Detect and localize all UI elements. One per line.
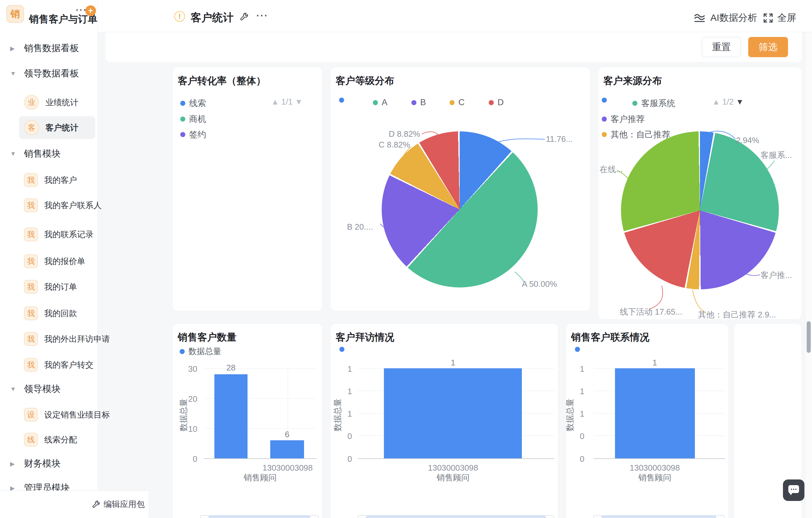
page-settings-button[interactable] bbox=[239, 12, 249, 22]
fullscreen-button[interactable]: 全屏 bbox=[763, 11, 796, 24]
legend-item-b[interactable]: B bbox=[411, 98, 426, 107]
y-tick: 1 bbox=[337, 409, 352, 419]
chevron-down-icon: ▼ bbox=[10, 151, 17, 157]
legend-dot bbox=[575, 347, 580, 352]
legend-item-signed[interactable]: 签约 bbox=[180, 129, 206, 140]
sidebar-item-sales-data-dashboard[interactable]: ▶ 销售数据看板 bbox=[10, 42, 79, 55]
pager-down-icon[interactable]: ▼ bbox=[736, 97, 744, 106]
sidebar-item-my-contact-records[interactable]: 我 我的联系记录 bbox=[24, 226, 93, 243]
datazoom-right-handle[interactable] bbox=[545, 515, 554, 518]
legend-item-data-total[interactable]: 数据总量 bbox=[180, 346, 221, 357]
legend-label: 客户推荐 bbox=[611, 113, 645, 125]
datazoom-left-handle[interactable] bbox=[358, 515, 367, 518]
my-quotes-icon: 我 bbox=[24, 254, 38, 268]
y-tick: 1 bbox=[337, 387, 352, 397]
page-header: ! 客户统计 ⋯ AI数据分析 bbox=[98, 0, 812, 32]
datazoom-left-handle[interactable] bbox=[200, 515, 209, 518]
my-customer-contacts-icon: 我 bbox=[24, 198, 38, 212]
sidebar-item-sales-module[interactable]: ▼ 销售模块 bbox=[10, 147, 61, 161]
legend-item-customer-referral[interactable]: 客户推荐 bbox=[602, 113, 645, 125]
sidebar-item-customer-stats[interactable]: 客 客户统计 bbox=[19, 116, 95, 139]
sidebar-item-label: 我的客户转交 bbox=[44, 359, 93, 371]
datazoom-left-handle[interactable] bbox=[593, 515, 602, 518]
filter-bar: 重置 筛选 bbox=[106, 32, 802, 62]
y-tick: 1 bbox=[337, 364, 352, 374]
reset-button[interactable]: 重置 bbox=[702, 37, 741, 57]
legend-dot bbox=[602, 98, 607, 103]
sidebar-item-leader-data-dashboard[interactable]: ▼ 领导数据看板 bbox=[10, 66, 79, 81]
bar-value-28[interactable] bbox=[214, 374, 248, 458]
sidebar-item-my-customers[interactable]: 我 我的客户 bbox=[24, 172, 77, 188]
filter-button[interactable]: 筛选 bbox=[748, 37, 788, 57]
sidebar-item-my-payments[interactable]: 我 我的回款 bbox=[24, 305, 77, 322]
bar-value-6[interactable] bbox=[270, 440, 304, 458]
legend-item-opportunities[interactable]: 商机 bbox=[180, 113, 206, 125]
chat-bubble-tail bbox=[789, 493, 792, 495]
legend-item-leads[interactable]: 线索 bbox=[180, 98, 206, 109]
page-title: 客户统计 bbox=[191, 10, 234, 25]
legend-item-blank[interactable] bbox=[602, 98, 611, 103]
legend-dot bbox=[180, 116, 185, 121]
legend-item-blank[interactable] bbox=[575, 347, 580, 352]
datazoom-right-handle[interactable] bbox=[310, 515, 319, 518]
sidebar-item-leader-module[interactable]: ▼ 领导模块 bbox=[10, 382, 61, 396]
app-more-icon[interactable]: ⋯ bbox=[75, 3, 86, 17]
pie-chart-customer-level[interactable] bbox=[382, 131, 538, 288]
sidebar: 销 销售客户与订单... ⋯ + ▶ 销售数据看板 ▼ 领导数据看板 业 业绩统… bbox=[0, 0, 98, 518]
bar-data-label: 1 bbox=[437, 358, 469, 367]
pie-callout-other: 其他：自己推荐 2.9... bbox=[698, 309, 776, 320]
datazoom-right-handle[interactable] bbox=[716, 515, 725, 518]
bar-value-1[interactable] bbox=[384, 368, 522, 458]
bar-value-1[interactable] bbox=[615, 368, 695, 458]
sidebar-item-performance-stats[interactable]: 业 业绩统计 bbox=[24, 94, 78, 111]
sidebar-item-my-orders[interactable]: 我 我的订单 bbox=[24, 279, 77, 295]
sidebar-item-set-sales-targets[interactable]: 设 设定销售业绩目标 bbox=[24, 407, 110, 423]
pie-callout-blue: 2.94% bbox=[736, 136, 759, 145]
legend-pager: ▲ 1/1 ▼ bbox=[271, 97, 303, 107]
legend-pager: ▲ 1/2 ▼ bbox=[712, 97, 744, 107]
datazoom-track[interactable] bbox=[602, 515, 716, 518]
legend-label: 商机 bbox=[189, 113, 206, 125]
legend-item-blank[interactable] bbox=[339, 347, 344, 352]
pie-callout-service: 客服系... bbox=[760, 150, 792, 161]
legend-item-d[interactable]: D bbox=[489, 98, 504, 107]
sidebar-item-my-visit-requests[interactable]: 我 我的外出拜访申请 bbox=[24, 331, 110, 347]
pie-callout-blue: 11.76... bbox=[546, 134, 573, 144]
sidebar-item-finance-module[interactable]: ▶ 财务模块 bbox=[10, 457, 61, 471]
sidebar-item-my-customer-contacts[interactable]: 我 我的客户联系人 bbox=[24, 197, 102, 214]
legend-item-blank[interactable] bbox=[339, 98, 348, 103]
pie-chart-customer-source[interactable] bbox=[621, 131, 779, 289]
my-contact-records-icon: 我 bbox=[24, 227, 38, 241]
legend-item-service-system[interactable]: 客服系统 bbox=[632, 98, 675, 109]
my-orders-icon: 我 bbox=[24, 280, 38, 294]
app-logo-icon: 销 bbox=[6, 5, 24, 23]
datazoom-track[interactable] bbox=[367, 515, 545, 518]
legend-dot bbox=[180, 132, 185, 137]
legend-item-other-self-referral[interactable]: 其他：自己推荐 bbox=[602, 129, 670, 140]
pager-up-icon[interactable]: ▲ bbox=[271, 97, 279, 106]
sidebar-item-label: 业绩统计 bbox=[46, 97, 78, 108]
chevron-right-icon: ▶ bbox=[10, 45, 17, 52]
chevron-right-icon: ▶ bbox=[10, 460, 17, 467]
legend-item-c[interactable]: C bbox=[450, 98, 465, 107]
datazoom-track[interactable] bbox=[209, 515, 310, 518]
pager-up-icon[interactable]: ▲ bbox=[712, 97, 720, 106]
ai-analysis-button[interactable]: AI数据分析 bbox=[693, 11, 757, 24]
x-axis-title: 销售顾问 bbox=[229, 472, 292, 483]
sidebar-item-lead-assignment[interactable]: 线 线索分配 bbox=[24, 432, 77, 448]
legend-dot bbox=[180, 349, 185, 354]
chat-button[interactable] bbox=[783, 480, 805, 501]
legend-item-a[interactable]: A bbox=[373, 98, 387, 107]
chevron-down-icon: ▼ bbox=[10, 386, 17, 392]
scrollbar-thumb[interactable] bbox=[807, 321, 811, 353]
pager-page: 1/2 bbox=[722, 97, 734, 107]
legend-label: 其他：自己推荐 bbox=[611, 129, 670, 140]
sidebar-item-label: 我的客户 bbox=[44, 175, 77, 186]
page-more-icon[interactable]: ⋯ bbox=[256, 8, 267, 22]
add-page-button[interactable]: + bbox=[85, 5, 96, 16]
sidebar-item-my-customer-transfers[interactable]: 我 我的客户转交 bbox=[24, 357, 93, 373]
legend-label: D bbox=[498, 98, 504, 107]
sidebar-item-my-quotes[interactable]: 我 我的报价单 bbox=[24, 253, 85, 269]
pager-down-icon[interactable]: ▼ bbox=[295, 97, 303, 106]
pie-callout-offline: 线下活动 17.65... bbox=[620, 306, 682, 318]
